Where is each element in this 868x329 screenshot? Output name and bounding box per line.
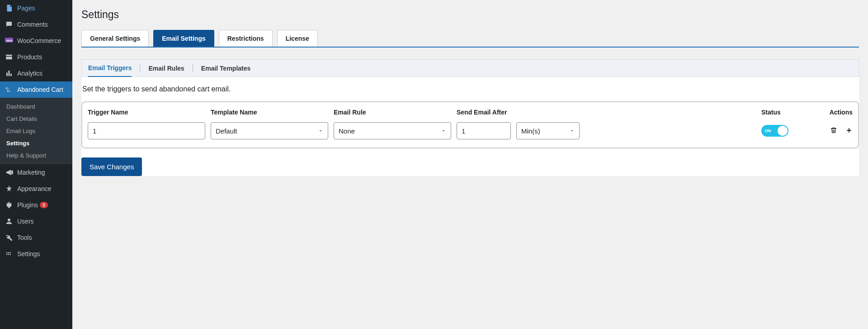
th-status: Status: [761, 109, 811, 116]
page-title: Settings: [81, 5, 859, 30]
sidebar-item-products[interactable]: Products: [0, 49, 72, 65]
email-rule-select[interactable]: None: [334, 122, 451, 139]
admin-sidebar: Pages Comments woo WooCommerce Products …: [0, 0, 72, 329]
subtab-email-triggers[interactable]: Email Triggers: [88, 60, 132, 77]
svg-text:woo: woo: [6, 39, 13, 42]
delete-icon[interactable]: [830, 127, 837, 135]
tab-license[interactable]: License: [277, 30, 318, 47]
status-toggle[interactable]: ON: [761, 125, 788, 137]
products-icon: [5, 52, 14, 62]
settings-icon: [5, 249, 14, 258]
send-after-unit-select[interactable]: Min(s): [516, 122, 580, 139]
sidebar-item-label: Pages: [17, 5, 35, 12]
sidebar-item-label: Tools: [17, 234, 32, 241]
th-send-email-after: Send Email After: [457, 109, 580, 116]
sidebar-item-label: Settings: [17, 250, 40, 257]
sidebar-item-label: Users: [17, 218, 34, 225]
email-subtabs: Email Triggers Email Rules Email Templat…: [81, 59, 859, 77]
divider: [193, 64, 193, 72]
tools-icon: [5, 233, 14, 242]
row-actions: [816, 127, 853, 135]
subtab-email-templates[interactable]: Email Templates: [201, 60, 250, 76]
email-settings-panel: Email Triggers Email Rules Email Templat…: [81, 59, 859, 176]
main-content: Settings General Settings Email Settings…: [72, 0, 868, 329]
plugins-badge: 9: [40, 202, 48, 208]
sidebar-item-woocommerce[interactable]: woo WooCommerce: [0, 33, 72, 49]
sidebar-item-settings[interactable]: Settings: [0, 246, 72, 262]
page-icon: [5, 4, 14, 13]
trigger-table-row: Default None Min(s) ON: [82, 119, 858, 148]
sidebar-item-label: Products: [17, 53, 42, 61]
plugins-icon: [5, 200, 14, 210]
sidebar-item-comments[interactable]: Comments: [0, 16, 72, 33]
sidebar-item-label: Plugins: [17, 201, 38, 209]
cart-icon: ELEx: [5, 85, 14, 94]
send-after-value-input[interactable]: [457, 122, 511, 139]
subtab-email-rules[interactable]: Email Rules: [148, 60, 184, 76]
comment-icon: [5, 20, 14, 29]
sidebar-item-label: Abandoned Cart: [17, 86, 63, 93]
th-email-rule: Email Rule: [334, 109, 451, 116]
users-icon: [5, 217, 14, 226]
trigger-table-head: Trigger Name Template Name Email Rule Se…: [82, 102, 858, 119]
submenu-item-settings[interactable]: Settings: [0, 137, 72, 149]
save-button[interactable]: Save Changes: [81, 157, 142, 176]
sidebar-item-marketing[interactable]: Marketing: [0, 164, 72, 181]
sidebar-item-label: Comments: [17, 21, 48, 28]
add-icon[interactable]: [845, 127, 853, 135]
submenu-item-email-logs[interactable]: Email Logs: [0, 125, 72, 137]
tab-general-settings[interactable]: General Settings: [81, 30, 149, 47]
th-actions: Actions: [816, 109, 853, 116]
trigger-name-input[interactable]: [88, 122, 205, 139]
sidebar-item-label: Analytics: [17, 70, 42, 77]
toggle-knob: [778, 126, 788, 136]
divider: [140, 64, 140, 72]
analytics-icon: [5, 69, 14, 78]
svg-text:Ex: Ex: [7, 90, 10, 92]
sidebar-item-label: Appearance: [17, 185, 52, 192]
settings-tabs: General Settings Email Settings Restrict…: [81, 30, 859, 48]
marketing-icon: [5, 168, 14, 177]
sidebar-item-plugins[interactable]: Plugins 9: [0, 197, 72, 213]
sidebar-item-label: Marketing: [17, 169, 45, 176]
svg-text:EL: EL: [6, 87, 9, 90]
submenu-item-dashboard[interactable]: Dashboard: [0, 100, 72, 113]
sidebar-item-pages[interactable]: Pages: [0, 0, 72, 16]
th-trigger-name: Trigger Name: [88, 109, 205, 116]
appearance-icon: [5, 184, 14, 193]
sidebar-item-tools[interactable]: Tools: [0, 229, 72, 246]
sidebar-item-analytics[interactable]: Analytics: [0, 65, 72, 81]
sidebar-submenu: Dashboard Cart Details Email Logs Settin…: [0, 98, 72, 164]
sidebar-item-label: WooCommerce: [17, 37, 61, 44]
submenu-item-cart-details[interactable]: Cart Details: [0, 113, 72, 125]
trigger-table: Trigger Name Template Name Email Rule Se…: [81, 101, 859, 148]
tab-restrictions[interactable]: Restrictions: [219, 30, 273, 47]
th-template-name: Template Name: [211, 109, 328, 116]
sidebar-item-appearance[interactable]: Appearance: [0, 181, 72, 197]
submenu-item-help-support[interactable]: Help & Support: [0, 149, 72, 162]
sidebar-item-abandoned-cart[interactable]: ELEx Abandoned Cart: [0, 81, 72, 98]
template-name-select[interactable]: Default: [211, 122, 328, 139]
sidebar-item-users[interactable]: Users: [0, 213, 72, 229]
section-description: Set the triggers to send abandoned cart …: [81, 77, 859, 101]
tab-email-settings[interactable]: Email Settings: [153, 30, 214, 47]
toggle-label: ON: [765, 129, 771, 133]
woo-icon: woo: [5, 36, 14, 45]
